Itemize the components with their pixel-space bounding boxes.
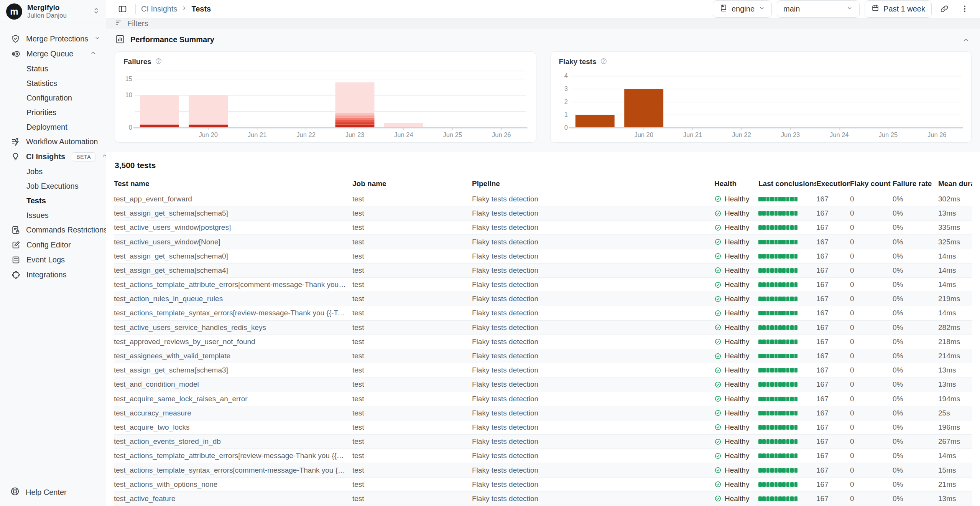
table-row[interactable]: test_assign_get_schema[schema4]testFlaky… [114,264,972,278]
cell-executions: 167 [816,494,850,503]
copy-link-icon[interactable] [937,1,952,16]
sidebar-item-statistics[interactable]: Statistics [4,76,102,91]
conclusion-square-success [766,453,770,458]
conclusion-square-success [758,311,762,315]
column-header-executions[interactable]: Executions [816,180,850,188]
sidebar-item-status[interactable]: Status [4,61,102,76]
column-header-flaky-count[interactable]: Flaky count [850,180,893,188]
sidebar-toggle-icon[interactable] [115,1,130,16]
table-row[interactable]: test_accuracy_measuretestFlaky tests det… [114,406,972,420]
healthy-check-icon [714,210,722,217]
sidebar-item-integrations[interactable]: Integrations [4,267,102,282]
help-circle-icon[interactable] [155,58,162,66]
repository-dropdown[interactable]: engine [713,0,772,18]
cell-pipeline: Flaky tests detection [472,423,714,432]
column-header-test-name[interactable]: Test name [114,180,352,188]
conclusion-square-success [782,397,786,401]
cell-failure-rate: 0% [893,352,938,360]
column-header-failure-rate[interactable]: Failure rate [893,180,938,188]
sidebar-item-label: Merge Queue [26,49,84,58]
cell-job-name: test [352,209,472,218]
conclusion-square-success [786,411,790,415]
cell-last-conclusions [758,268,816,273]
table-row[interactable]: test_actions_template_syntax_errors[comm… [114,463,972,477]
filters-button[interactable]: Filters [127,19,148,28]
table-row[interactable]: test_and_condition_modeltestFlaky tests … [114,377,972,392]
table-row[interactable]: test_app_event_forwardtestFlaky tests de… [114,192,972,206]
help-center-link[interactable]: Help Center [0,480,106,506]
table-row[interactable]: test_active_users_service_handles_redis_… [114,321,972,335]
sidebar-item-issues[interactable]: Issues [4,208,102,223]
sidebar-item-workflow-automation[interactable]: Workflow Automation [4,134,102,149]
table-row[interactable]: test_approved_reviews_by_user_not_foundt… [114,335,972,349]
table-row[interactable]: test_actions_template_attribute_errors[r… [114,449,972,463]
help-circle-icon[interactable] [600,58,607,66]
file-lock-icon [11,225,20,235]
table-row[interactable]: test_action_events_stored_in_dbtestFlaky… [114,435,972,449]
svg-text:Jun 26: Jun 26 [492,131,511,138]
cell-mean-duration: 13ms [938,494,972,503]
healthy-check-icon [714,195,722,203]
table-row[interactable]: test_assign_get_schema[schema3]testFlaky… [114,363,972,377]
conclusion-square-success [794,225,798,230]
cell-flaky-count: 0 [850,209,893,218]
branch-select[interactable]: main [777,0,860,18]
breadcrumb-ci-insights[interactable]: CI Insights [141,5,177,13]
table-row[interactable]: test_actions_template_attribute_errors[c… [114,278,972,292]
column-header-pipeline[interactable]: Pipeline [472,180,714,188]
sidebar-item-event-logs[interactable]: Event Logs [4,252,102,267]
cell-flaky-count: 0 [850,238,893,246]
conclusion-square-success [766,211,770,216]
conclusion-square-success [766,496,770,501]
sidebar-item-tests[interactable]: Tests [4,193,102,208]
main-area: CI Insights Tests engine main [106,0,980,506]
column-header-last-conclusions[interactable]: Last conclusions [758,180,816,188]
conclusion-square-success [766,197,770,201]
workspace-switcher[interactable]: m Mergifyio Julien Danjou [0,0,106,23]
sidebar-item-ci-insights[interactable]: CI Insights BETA [4,149,102,164]
table-row[interactable]: test_active_featuretestFlaky tests detec… [114,492,972,506]
sidebar-item-merge-protections[interactable]: Merge Protections [4,31,102,46]
cell-test-name: test_active_users_window[postgres] [114,223,352,232]
date-range-button[interactable]: Past 1 week [865,0,932,18]
table-row[interactable]: test_action_rules_in_queue_rulestestFlak… [114,292,972,306]
table-row[interactable]: test_actions_template_syntax_errors[revi… [114,306,972,320]
sidebar-item-configuration[interactable]: Configuration [4,91,102,105]
table-row[interactable]: test_acquire_two_lockstestFlaky tests de… [114,420,972,435]
cell-health: Healthy [714,309,758,317]
sidebar-item-jobs[interactable]: Jobs [4,164,102,179]
health-label: Healthy [725,266,749,275]
table-row[interactable]: test_assignees_with_valid_templatetestFl… [114,349,972,363]
table-row[interactable]: test_active_users_window[postgres]testFl… [114,221,972,235]
conclusion-square-success [774,453,778,458]
health-label: Healthy [725,494,749,503]
cell-job-name: test [352,195,472,203]
health-label: Healthy [725,395,749,403]
table-row[interactable]: test_active_users_window[None]testFlaky … [114,235,972,249]
collapse-chevron-icon[interactable] [962,36,970,44]
sidebar-item-config-editor[interactable]: Config Editor [4,237,102,252]
table-row[interactable]: test_assign_get_schema[schema5]testFlaky… [114,206,972,221]
cell-flaky-count: 0 [850,366,893,374]
table-row[interactable]: test_assign_get_schema[schema0]testFlaky… [114,249,972,264]
sidebar-item-deployment[interactable]: Deployment [4,120,102,134]
column-header-job-name[interactable]: Job name [352,180,472,188]
conclusion-square-success [770,496,774,501]
sidebar-item-commands-restrictions[interactable]: Commands Restrictions [4,223,102,237]
cell-pipeline: Flaky tests detection [472,309,714,317]
sidebar-item-job-executions[interactable]: Job Executions [4,179,102,193]
sidebar-item-priorities[interactable]: Priorities [4,105,102,120]
conclusion-square-success [758,439,762,444]
column-header-health[interactable]: Health [714,180,758,188]
cell-executions: 167 [816,323,850,332]
sidebar-item-merge-queue[interactable]: Merge Queue [4,46,102,61]
cell-health: Healthy [714,494,758,503]
table-row[interactable]: test_actions_with_options_nonetestFlaky … [114,478,972,492]
column-header-mean-duration[interactable]: Mean duration [938,180,972,188]
cell-health: Healthy [714,366,758,374]
conclusion-square-success [782,325,786,330]
cell-mean-duration: 13ms [938,380,972,389]
table-row[interactable]: test_acquire_same_lock_raises_an_errorte… [114,392,972,406]
kebab-menu-icon[interactable] [957,1,972,16]
conclusion-square-success [758,268,762,273]
